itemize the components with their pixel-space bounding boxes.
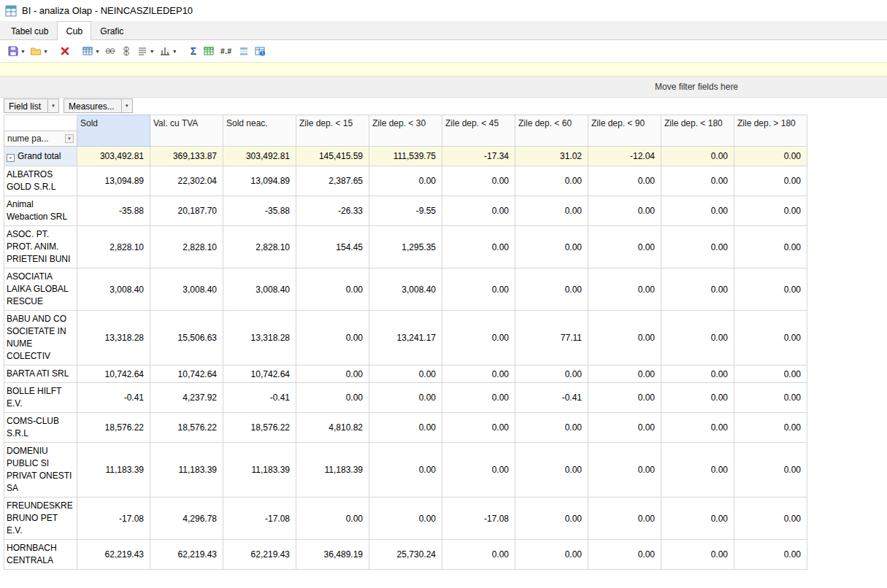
value-cell[interactable]: 0.00 <box>661 413 734 443</box>
value-cell[interactable]: 18,576.22 <box>223 413 296 443</box>
value-cell[interactable]: 0.00 <box>296 383 369 413</box>
export-button[interactable] <box>201 42 217 60</box>
value-cell[interactable]: 0.00 <box>588 498 661 540</box>
value-cell[interactable]: 0.00 <box>661 268 734 311</box>
value-cell[interactable]: 22,302.04 <box>150 166 223 196</box>
value-cell[interactable]: -35.88 <box>223 196 296 226</box>
value-cell[interactable]: 0.00 <box>296 268 369 311</box>
value-cell[interactable]: 303,492.81 <box>77 147 150 166</box>
value-cell[interactable]: 10,742.64 <box>223 365 296 383</box>
prefilter-bar[interactable] <box>0 62 887 77</box>
value-cell[interactable]: 20,187.70 <box>150 196 223 226</box>
row-header[interactable]: Animal Webaction SRL <box>4 196 77 226</box>
sum-button[interactable]: Σ <box>186 42 201 60</box>
value-cell[interactable]: 0.00 <box>515 268 588 311</box>
merge-cells-button[interactable] <box>102 42 118 60</box>
value-cell[interactable]: 11,183.39 <box>296 443 369 498</box>
row-header[interactable]: DOMENIU PUBLIC SI PRIVAT ONESTI SA <box>4 443 77 498</box>
value-cell[interactable]: 0.00 <box>734 365 807 383</box>
value-cell[interactable]: 2,828.10 <box>150 226 223 268</box>
filter-drop-area[interactable]: Move filter fields here <box>0 77 887 98</box>
value-cell[interactable]: 0.00 <box>734 226 807 268</box>
value-cell[interactable]: 303,492.81 <box>223 147 296 166</box>
row-header[interactable]: ASOC. PT. PROT. ANIM. PRIETENI BUNI <box>4 226 77 268</box>
value-cell[interactable]: 0.00 <box>296 311 369 365</box>
value-cell[interactable]: 2,387.65 <box>296 166 369 196</box>
value-cell[interactable]: 11,183.39 <box>150 443 223 498</box>
value-cell[interactable]: 2,828.10 <box>77 226 150 268</box>
value-cell[interactable]: 0.00 <box>661 311 734 365</box>
value-cell[interactable]: 0.00 <box>442 443 515 498</box>
value-cell[interactable]: 0.00 <box>515 498 588 540</box>
tab-tabel-cub[interactable]: Tabel cub <box>2 23 57 39</box>
value-cell[interactable]: 3,008.40 <box>77 268 150 311</box>
value-cell[interactable]: 145,415.59 <box>296 147 369 166</box>
value-cell[interactable]: 10,742.64 <box>77 365 150 383</box>
value-cell[interactable]: 0.00 <box>442 166 515 196</box>
value-cell[interactable]: 13,318.28 <box>223 311 296 365</box>
column-header[interactable]: Zile dep. < 90 <box>588 115 661 147</box>
filter-icon[interactable]: ▼ <box>65 134 74 143</box>
value-cell[interactable]: 0.00 <box>588 166 661 196</box>
value-cell[interactable]: -17.08 <box>442 498 515 540</box>
value-cell[interactable]: 0.00 <box>588 196 661 226</box>
tab-cub[interactable]: Cub <box>57 21 91 40</box>
value-cell[interactable]: -26.33 <box>296 196 369 226</box>
value-cell[interactable]: 0.00 <box>661 166 734 196</box>
value-cell[interactable]: 0.00 <box>661 383 734 413</box>
value-cell[interactable]: 0.00 <box>442 540 515 570</box>
value-cell[interactable]: 0.00 <box>442 413 515 443</box>
value-cell[interactable]: 0.00 <box>734 268 807 311</box>
value-cell[interactable]: 3,008.40 <box>223 268 296 311</box>
value-cell[interactable]: 0.00 <box>369 443 442 498</box>
row-header[interactable]: BOLLE HILFT E.V. <box>4 383 77 413</box>
value-cell[interactable]: 0.00 <box>296 498 369 540</box>
value-cell[interactable]: 0.00 <box>588 540 661 570</box>
value-cell[interactable]: -17.08 <box>223 498 296 540</box>
value-cell[interactable]: 0.00 <box>515 166 588 196</box>
table-info-button[interactable]: i <box>252 42 268 60</box>
value-cell[interactable]: 18,576.22 <box>77 413 150 443</box>
value-cell[interactable]: 0.00 <box>442 196 515 226</box>
open-button[interactable]: ▼ <box>28 42 50 60</box>
measures-button[interactable]: Measures... ▼ <box>64 98 133 113</box>
column-header[interactable]: Zile dep. < 180 <box>661 115 734 147</box>
value-cell[interactable]: 154.45 <box>296 226 369 268</box>
value-cell[interactable]: 0.00 <box>734 311 807 365</box>
value-cell[interactable]: 62,219.43 <box>77 540 150 570</box>
column-header[interactable]: Zile dep. < 45 <box>442 115 515 147</box>
row-header[interactable]: HORNBACH CENTRALA <box>4 540 77 570</box>
table-layout-button[interactable]: ▼ <box>80 42 102 60</box>
value-cell[interactable]: 0.00 <box>661 540 734 570</box>
column-header[interactable]: Sold <box>77 115 150 147</box>
value-cell[interactable]: 25,730.24 <box>369 540 442 570</box>
chevron-down-icon[interactable]: ▼ <box>43 49 48 54</box>
value-cell[interactable]: 4,237.92 <box>150 383 223 413</box>
row-header[interactable]: -Grand total <box>4 147 77 166</box>
value-cell[interactable]: 0.00 <box>661 226 734 268</box>
row-header[interactable]: FREUNDESKRE BRUNO PET E.V. <box>4 498 77 540</box>
row-header[interactable]: COMS-CLUB S.R.L <box>4 413 77 443</box>
value-cell[interactable]: 0.00 <box>734 498 807 540</box>
row-header[interactable]: BABU AND CO SOCIETATE IN NUME COLECTIV <box>4 311 77 365</box>
value-cell[interactable]: 31.02 <box>515 147 588 166</box>
value-cell[interactable]: 0.00 <box>661 147 734 166</box>
value-cell[interactable]: 0.00 <box>734 383 807 413</box>
value-cell[interactable]: 0.00 <box>442 268 515 311</box>
row-header[interactable]: ALBATROS GOLD S.R.L <box>4 166 77 196</box>
chart-type-button[interactable]: ▼ <box>157 42 180 60</box>
value-cell[interactable]: 36,489.19 <box>296 540 369 570</box>
value-cell[interactable]: 4,810.82 <box>296 413 369 443</box>
column-header[interactable]: Zile dep. > 180 <box>734 115 807 147</box>
tab-grafic[interactable]: Grafic <box>91 23 132 39</box>
value-cell[interactable]: -0.41 <box>77 383 150 413</box>
value-cell[interactable]: 0.00 <box>588 311 661 365</box>
value-cell[interactable]: 0.00 <box>515 413 588 443</box>
chevron-down-icon[interactable]: ▼ <box>121 99 132 112</box>
value-cell[interactable]: 0.00 <box>588 413 661 443</box>
value-cell[interactable]: 0.00 <box>661 196 734 226</box>
value-cell[interactable]: 0.00 <box>734 443 807 498</box>
save-button[interactable]: ▼ <box>5 42 28 60</box>
row-field-button[interactable]: nume pa... ▼ <box>4 131 77 147</box>
value-cell[interactable]: 0.00 <box>369 365 442 383</box>
